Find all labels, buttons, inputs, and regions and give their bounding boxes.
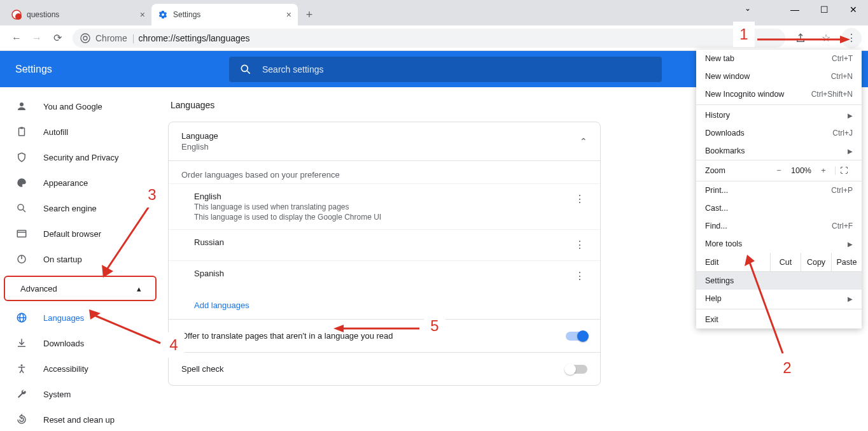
arrow-3 xyxy=(95,202,159,279)
forward-button[interactable]: → xyxy=(27,28,47,48)
chevron-down-icon[interactable]: ⌄ xyxy=(745,4,751,13)
tab-title: Settings xyxy=(173,10,200,19)
shield-icon xyxy=(15,151,28,164)
accessibility-icon xyxy=(15,362,28,375)
window-controls: — ☐ ✕ xyxy=(780,0,868,19)
svg-line-25 xyxy=(95,316,160,343)
menu-more-tools[interactable]: More tools▶ xyxy=(696,235,862,253)
sidebar-item-security[interactable]: Security and Privacy xyxy=(0,145,163,170)
sidebar-item-appearance[interactable]: Appearance xyxy=(0,170,163,195)
back-button[interactable]: ← xyxy=(6,28,27,48)
svg-marker-28 xyxy=(333,325,344,332)
clipboard-icon xyxy=(15,125,28,138)
svg-line-10 xyxy=(23,209,25,212)
menu-find[interactable]: Find...Ctrl+F xyxy=(696,217,862,235)
header-title: Settings xyxy=(0,64,229,75)
reload-button[interactable]: ⟳ xyxy=(47,28,67,48)
sidebar-item-accessibility[interactable]: Accessibility xyxy=(0,356,163,381)
language-header[interactable]: Language English ⌃ xyxy=(169,122,600,161)
close-window-button[interactable]: ✕ xyxy=(839,0,868,19)
minimize-button[interactable]: — xyxy=(780,0,809,19)
more-icon[interactable]: ⋮ xyxy=(572,269,587,284)
globe-icon xyxy=(15,311,28,324)
menu-bookmarks[interactable]: Bookmarks▶ xyxy=(696,142,862,160)
language-row-english: English This language is used when trans… xyxy=(169,183,600,229)
svg-point-9 xyxy=(18,204,24,210)
sidebar-item-autofill[interactable]: Autofill xyxy=(0,119,163,145)
svg-rect-11 xyxy=(17,230,26,237)
tab-title: questions xyxy=(27,10,59,19)
annotation-2: 2 xyxy=(776,355,798,381)
svg-line-5 xyxy=(248,71,250,73)
more-icon[interactable]: ⋮ xyxy=(572,192,587,207)
svg-point-6 xyxy=(20,102,24,106)
page-title: Languages xyxy=(168,100,601,110)
new-tab-button[interactable]: + xyxy=(300,6,318,24)
svg-point-1 xyxy=(15,13,22,20)
svg-point-4 xyxy=(241,65,248,71)
gear-icon xyxy=(158,10,168,20)
search-icon xyxy=(239,63,252,76)
svg-point-2 xyxy=(81,34,90,43)
svg-point-18 xyxy=(21,364,23,366)
close-icon[interactable]: × xyxy=(286,10,291,20)
sidebar-item-you-google[interactable]: You and Google xyxy=(0,94,163,119)
omnibox-url: chrome://settings/languages xyxy=(138,33,249,43)
power-icon xyxy=(15,253,28,265)
maximize-button[interactable]: ☐ xyxy=(809,0,839,19)
annotation-3: 3 xyxy=(141,182,163,208)
annotation-1: 1 xyxy=(733,22,755,47)
chrome-icon xyxy=(80,33,90,43)
translate-toggle[interactable] xyxy=(566,332,587,341)
search-settings[interactable] xyxy=(229,57,662,82)
zoom-minus[interactable]: − xyxy=(770,166,788,175)
chevron-up-icon[interactable]: ⌃ xyxy=(580,136,587,146)
globe-icon xyxy=(11,10,22,20)
language-row-spanish: Spanish ⋮ xyxy=(169,260,600,292)
svg-rect-7 xyxy=(19,128,25,136)
svg-marker-20 xyxy=(840,36,850,43)
svg-line-23 xyxy=(107,206,150,269)
menu-downloads[interactable]: DownloadsCtrl+J xyxy=(696,124,862,142)
search-icon xyxy=(15,202,28,215)
reset-icon xyxy=(15,413,28,426)
omnibox-host: Chrome xyxy=(95,33,127,43)
menu-copy[interactable]: Copy xyxy=(801,253,831,271)
palette-icon xyxy=(15,176,28,189)
menu-history[interactable]: History▶ xyxy=(696,106,862,124)
menu-cast[interactable]: Cast... xyxy=(696,199,862,217)
menu-print[interactable]: Print...Ctrl+P xyxy=(696,181,862,199)
menu-new-incognito[interactable]: New Incognito windowCtrl+Shift+N xyxy=(696,85,862,103)
arrow-1 xyxy=(757,33,853,46)
chevron-up-icon: ▴ xyxy=(137,284,141,293)
svg-rect-8 xyxy=(20,127,24,129)
svg-point-3 xyxy=(83,36,87,40)
arrow-4 xyxy=(84,308,167,346)
annotation-5: 5 xyxy=(424,313,445,339)
menu-new-window[interactable]: New windowCtrl+N xyxy=(696,67,862,85)
omnibox[interactable]: Chrome | chrome://settings/languages xyxy=(73,29,785,48)
person-icon xyxy=(15,100,28,113)
spellcheck-toggle[interactable] xyxy=(566,365,587,374)
sidebar-advanced[interactable]: Advanced ▴ xyxy=(4,276,157,301)
menu-paste[interactable]: Paste xyxy=(831,253,862,271)
search-input[interactable] xyxy=(262,64,652,74)
svg-line-21 xyxy=(750,262,783,353)
arrow-2 xyxy=(738,255,789,357)
spell-check-row: Spell check xyxy=(169,352,600,385)
browser-icon xyxy=(15,227,28,240)
wrench-icon xyxy=(15,388,28,400)
sidebar-item-system[interactable]: System xyxy=(0,381,163,407)
more-icon[interactable]: ⋮ xyxy=(572,237,587,253)
menu-new-tab[interactable]: New tabCtrl+T xyxy=(696,50,862,67)
fullscreen-icon[interactable]: ⛶ xyxy=(835,166,853,175)
annotation-4: 4 xyxy=(163,332,185,358)
tab-questions[interactable]: questions × xyxy=(5,4,151,25)
zoom-plus[interactable]: + xyxy=(815,166,832,175)
tab-settings[interactable]: Settings × xyxy=(151,4,298,25)
arrow-5 xyxy=(333,322,423,335)
sidebar-item-reset[interactable]: Reset and clean up xyxy=(0,407,163,431)
add-languages-button[interactable]: Add languages xyxy=(169,292,600,319)
languages-card: Language English ⌃ Order languages based… xyxy=(168,122,601,386)
close-icon[interactable]: × xyxy=(140,10,145,20)
